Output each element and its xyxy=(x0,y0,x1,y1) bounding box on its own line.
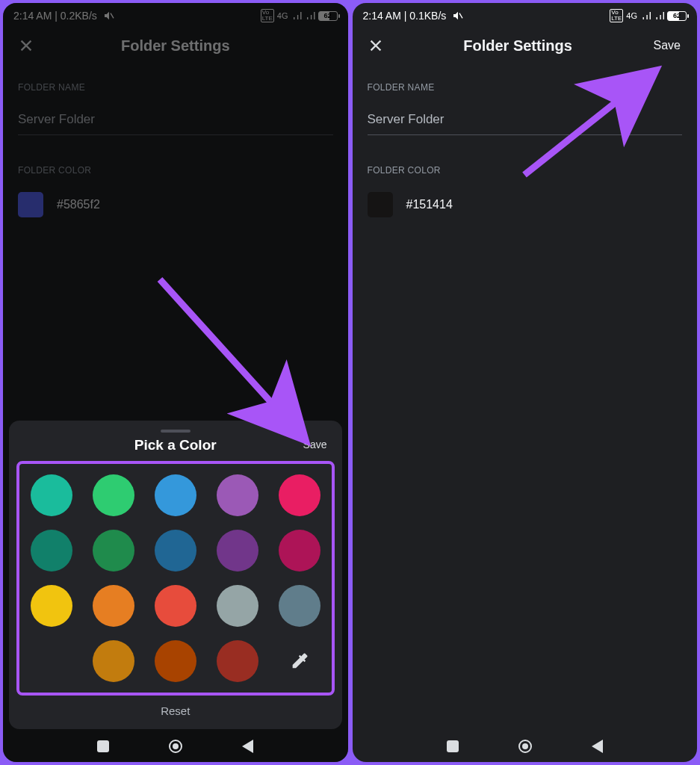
battery-icon: 62 xyxy=(318,11,338,21)
folder-name-label: FOLDER NAME xyxy=(368,82,683,93)
folder-color-row[interactable]: #151414 xyxy=(368,192,683,217)
color-option[interactable] xyxy=(31,474,72,516)
volte-icon: VoLTE xyxy=(261,9,274,22)
nav-recent-button[interactable] xyxy=(447,740,459,752)
folder-color-label: FOLDER COLOR xyxy=(18,165,333,176)
eyedropper-button[interactable] xyxy=(279,640,320,682)
sheet-save-button[interactable]: Save xyxy=(303,439,327,450)
nav-back-button[interactable] xyxy=(592,740,603,753)
color-palette xyxy=(16,461,335,696)
battery-icon: 62 xyxy=(667,11,687,21)
sheet-handle[interactable] xyxy=(161,430,191,433)
color-option[interactable] xyxy=(279,585,320,627)
close-icon xyxy=(18,37,34,54)
color-swatch xyxy=(368,192,393,217)
save-button[interactable]: Save xyxy=(651,36,684,55)
signal-icon xyxy=(640,12,651,19)
close-icon xyxy=(368,37,384,54)
color-option[interactable] xyxy=(217,530,258,572)
signal-icon xyxy=(291,12,302,19)
color-option[interactable] xyxy=(217,640,258,682)
color-swatch xyxy=(18,192,43,217)
folder-color-label: FOLDER COLOR xyxy=(368,165,683,176)
color-option[interactable] xyxy=(279,530,320,572)
volte-icon: VoLTE xyxy=(610,9,623,22)
signal-icon-2 xyxy=(305,12,315,19)
color-option[interactable] xyxy=(155,474,196,516)
phone-left: 2:14 AM | 0.2KB/s VoLTE 4G 62 Folder Set… xyxy=(3,3,348,762)
nav-back-button[interactable] xyxy=(242,740,253,753)
status-speed: 0.1KB/s xyxy=(409,10,446,22)
color-option[interactable] xyxy=(93,585,134,627)
color-option[interactable] xyxy=(31,585,72,627)
status-time: 2:14 AM xyxy=(13,10,52,22)
nav-recent-button[interactable] xyxy=(97,740,109,752)
close-button[interactable] xyxy=(366,36,385,55)
network-label: 4G xyxy=(277,11,288,20)
folder-color-row[interactable]: #5865f2 xyxy=(18,192,333,217)
network-label: 4G xyxy=(626,11,637,20)
header: Folder Settings xyxy=(3,25,348,69)
status-right: VoLTE 4G 62 xyxy=(261,9,338,22)
status-bar: 2:14 AM | 0.1KB/s VoLTE 4G 62 xyxy=(353,3,698,25)
color-picker-sheet: Pick a Color Save Reset xyxy=(9,421,342,729)
color-option[interactable] xyxy=(279,474,320,516)
color-option[interactable] xyxy=(93,474,134,516)
color-option[interactable] xyxy=(155,640,196,682)
color-hex: #151414 xyxy=(406,198,453,211)
mute-icon xyxy=(452,10,464,22)
svg-line-2 xyxy=(459,13,462,19)
sheet-title: Pick a Color xyxy=(134,437,217,453)
color-option[interactable] xyxy=(93,530,134,572)
color-option[interactable] xyxy=(217,474,258,516)
header: Folder Settings Save xyxy=(353,25,698,69)
color-option[interactable] xyxy=(155,530,196,572)
status-bar: 2:14 AM | 0.2KB/s VoLTE 4G 62 xyxy=(3,3,348,25)
svg-line-0 xyxy=(111,13,114,19)
color-option[interactable] xyxy=(31,530,72,572)
nav-home-button[interactable] xyxy=(518,740,532,753)
nav-bar xyxy=(3,731,348,762)
status-left: 2:14 AM | 0.1KB/s xyxy=(363,10,465,22)
status-left: 2:14 AM | 0.2KB/s xyxy=(13,10,115,22)
phone-right: 2:14 AM | 0.1KB/s VoLTE 4G 62 Folder Set… xyxy=(353,3,698,762)
status-time: 2:14 AM xyxy=(363,10,401,22)
page-title: Folder Settings xyxy=(36,37,315,55)
color-option[interactable] xyxy=(155,585,196,627)
page-title: Folder Settings xyxy=(385,37,651,55)
content: FOLDER NAME FOLDER COLOR #151414 xyxy=(353,69,698,762)
signal-icon-2 xyxy=(654,12,664,19)
close-button[interactable] xyxy=(16,36,36,55)
reset-button[interactable]: Reset xyxy=(16,704,335,717)
color-hex: #5865f2 xyxy=(57,198,100,211)
mute-icon xyxy=(103,10,115,22)
nav-bar xyxy=(353,731,698,762)
color-option[interactable] xyxy=(217,585,258,627)
folder-name-label: FOLDER NAME xyxy=(18,82,333,93)
folder-name-input[interactable] xyxy=(368,108,683,135)
status-speed: 0.2KB/s xyxy=(61,10,97,22)
eyedropper-icon xyxy=(289,651,310,672)
folder-name-input[interactable] xyxy=(18,108,333,135)
status-right: VoLTE 4G 62 xyxy=(610,9,687,22)
nav-home-button[interactable] xyxy=(169,740,182,753)
color-option[interactable] xyxy=(93,640,134,682)
